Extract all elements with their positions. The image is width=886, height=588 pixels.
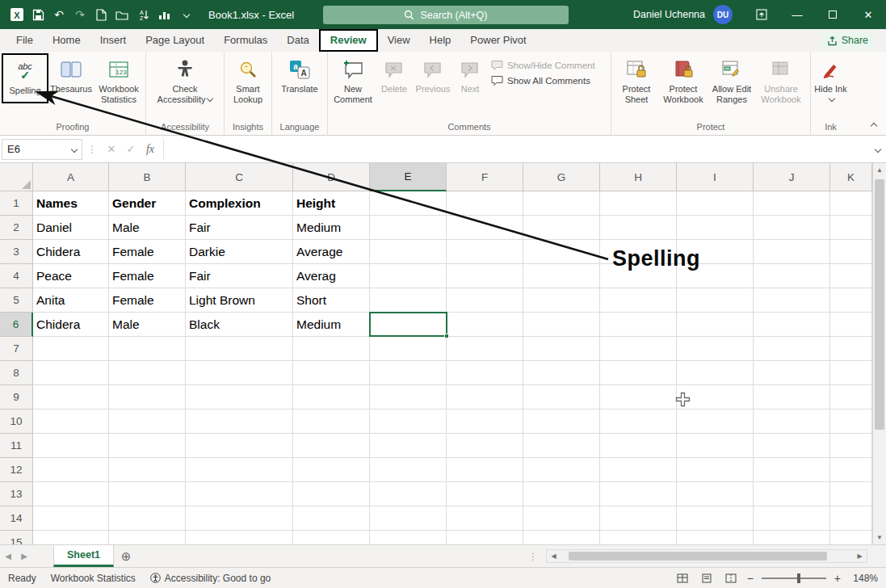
open-folder-icon[interactable] (111, 0, 132, 29)
cell-A2[interactable]: Daniel (33, 216, 109, 240)
cell-H9[interactable] (600, 385, 677, 410)
cell-A12[interactable] (33, 458, 109, 482)
cell-F12[interactable] (447, 458, 523, 482)
cell-G10[interactable] (523, 410, 600, 434)
protect-sheet-button[interactable]: Protect Sheet (613, 53, 660, 105)
cell-I14[interactable] (677, 506, 754, 531)
scroll-up-icon[interactable]: ▲ (873, 163, 886, 177)
column-header-B[interactable]: B (109, 163, 186, 191)
page-layout-view-icon[interactable] (699, 571, 715, 586)
row-header-4[interactable]: 4 (0, 264, 33, 288)
cell-K7[interactable] (830, 337, 872, 361)
cell-G14[interactable] (523, 506, 600, 531)
cell-G11[interactable] (523, 434, 600, 458)
cell-K9[interactable] (830, 385, 872, 410)
cell-B5[interactable]: Female (109, 288, 186, 313)
row-header-7[interactable]: 7 (0, 337, 33, 361)
cell-C10[interactable] (186, 410, 293, 434)
cell-A11[interactable] (33, 434, 109, 458)
share-button[interactable]: Share (821, 32, 875, 49)
new-comment-button[interactable]: New Comment (330, 53, 376, 105)
cell-D8[interactable] (293, 361, 370, 385)
cell-H2[interactable] (600, 216, 677, 240)
cell-H6[interactable] (600, 313, 677, 337)
cell-F5[interactable] (447, 288, 523, 313)
cell-C8[interactable] (186, 361, 293, 385)
cell-I2[interactable] (677, 216, 754, 240)
cell-E11[interactable] (370, 434, 447, 458)
cell-K12[interactable] (830, 458, 872, 482)
show-all-comments-button[interactable]: Show All Comments (491, 75, 595, 86)
cell-G15[interactable] (523, 531, 600, 544)
cell-F1[interactable] (447, 191, 523, 216)
cell-E3[interactable] (370, 240, 447, 264)
row-header-14[interactable]: 14 (0, 506, 33, 531)
cell-G7[interactable] (523, 337, 600, 361)
close-button[interactable]: ✕ (850, 0, 886, 29)
cell-D15[interactable] (293, 531, 370, 544)
cell-K8[interactable] (830, 361, 872, 385)
cell-B4[interactable]: Female (109, 264, 186, 288)
cell-I15[interactable] (677, 531, 754, 544)
cell-A10[interactable] (33, 410, 109, 434)
cell-J9[interactable] (754, 385, 830, 410)
column-header-K[interactable]: K (830, 163, 872, 191)
cell-E10[interactable] (370, 410, 447, 434)
cell-D5[interactable]: Short (293, 288, 370, 313)
cell-H1[interactable] (600, 191, 677, 216)
cell-J12[interactable] (754, 458, 830, 482)
zoom-slider[interactable] (762, 578, 826, 579)
cell-I5[interactable] (677, 288, 754, 313)
cell-H10[interactable] (600, 410, 677, 434)
cell-J6[interactable] (754, 313, 830, 337)
cell-F7[interactable] (447, 337, 523, 361)
ribbon-display-options-icon[interactable] (744, 0, 779, 29)
cell-D9[interactable] (293, 385, 370, 410)
formula-bar-handle[interactable]: ⋮ (82, 144, 102, 155)
row-header-5[interactable]: 5 (0, 288, 33, 313)
cell-C14[interactable] (186, 506, 293, 531)
status-accessibility[interactable]: Accessibility: Good to go (150, 573, 271, 584)
cell-J1[interactable] (754, 191, 830, 216)
cell-J8[interactable] (754, 361, 830, 385)
cell-C13[interactable] (186, 482, 293, 506)
cell-H14[interactable] (600, 506, 677, 531)
name-box[interactable]: E6 (2, 139, 82, 160)
row-header-15[interactable]: 15 (0, 531, 33, 544)
spelling-button[interactable]: abc✓ Spelling (2, 53, 48, 103)
cell-J2[interactable] (754, 216, 830, 240)
cell-I10[interactable] (677, 410, 754, 434)
cell-B15[interactable] (109, 531, 186, 544)
tab-formulas[interactable]: Formulas (214, 29, 277, 52)
scroll-right-icon[interactable]: ▶ (853, 552, 867, 560)
vertical-scrollbar[interactable]: ▲ ▼ (872, 163, 886, 544)
cell-J7[interactable] (754, 337, 830, 361)
cell-I8[interactable] (677, 361, 754, 385)
cell-G9[interactable] (523, 385, 600, 410)
sheet-tab-sheet1[interactable]: Sheet1 (53, 545, 114, 567)
cell-C2[interactable]: Fair (186, 216, 293, 240)
cell-C4[interactable]: Fair (186, 264, 293, 288)
save-icon[interactable] (27, 0, 48, 29)
quick-access-options-icon[interactable] (174, 0, 195, 29)
zoom-in-button[interactable]: + (834, 572, 841, 585)
avatar[interactable]: DU (713, 5, 733, 24)
tab-page-layout[interactable]: Page Layout (136, 29, 214, 52)
protect-workbook-button[interactable]: Protect Workbook (660, 53, 707, 105)
cell-K3[interactable] (830, 240, 872, 264)
cell-I13[interactable] (677, 482, 754, 506)
translate-button[interactable]: aA Translate (275, 53, 324, 94)
cell-E13[interactable] (370, 482, 447, 506)
cell-I7[interactable] (677, 337, 754, 361)
row-header-8[interactable]: 8 (0, 361, 33, 385)
smart-lookup-button[interactable]: Smart Lookup (226, 53, 270, 105)
tab-view[interactable]: View (378, 29, 420, 52)
thesaurus-button[interactable]: Thesaurus (48, 53, 94, 94)
cell-G8[interactable] (523, 361, 600, 385)
cell-G3[interactable] (523, 240, 600, 264)
cell-A5[interactable]: Anita (33, 288, 109, 313)
sort-az-icon[interactable]: AZ (132, 0, 153, 29)
cell-F10[interactable] (447, 410, 523, 434)
maximize-button[interactable] (815, 0, 850, 29)
cell-H12[interactable] (600, 458, 677, 482)
